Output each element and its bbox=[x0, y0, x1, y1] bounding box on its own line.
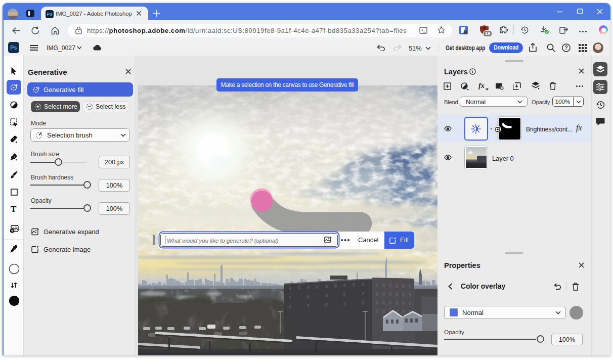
svg-text:?: ? bbox=[564, 45, 567, 51]
